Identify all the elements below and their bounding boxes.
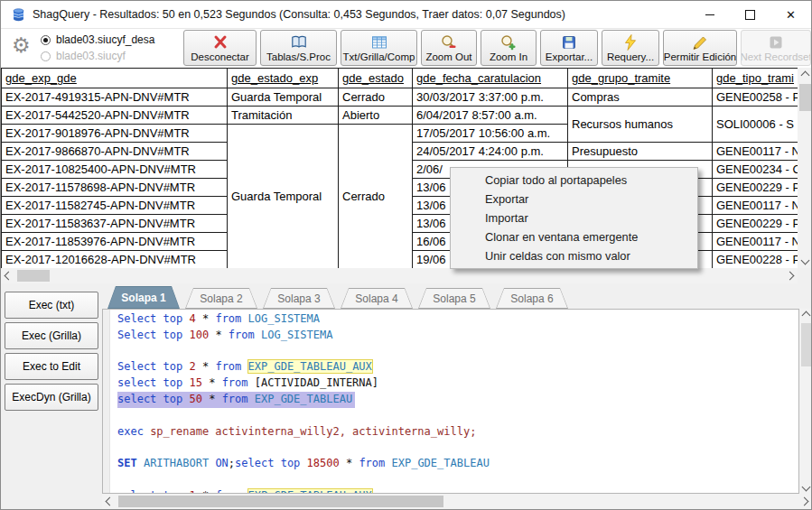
grid-cell[interactable]: GENE00234 - C [713, 161, 798, 179]
editor-line: SET ARITHABORT ON;select top 18500 * fro… [117, 456, 492, 472]
grid-cell[interactable]: EX-2017-11582745-APN-DNV#MTR [2, 197, 228, 215]
grid-cell[interactable]: Presupuesto [568, 143, 713, 161]
scroll-left-icon[interactable] [2, 269, 15, 283]
grid-cell[interactable]: EX-2017-5442520-APN-DNV#MTR [2, 107, 228, 125]
grid-cell[interactable]: EX-2017-9866870-APN-DNV#MTR [2, 143, 228, 161]
grid-cell[interactable]: GENE00117 - N [713, 143, 798, 161]
scroll-right-icon[interactable] [798, 495, 811, 508]
grid-cell[interactable]: EX-2017-11583637-APN-DNV#MTR [2, 215, 228, 233]
grid-cell[interactable]: Abierto [339, 107, 413, 125]
editor-vscrollbar[interactable] [799, 309, 812, 494]
tab-label: Solapa 1 [108, 287, 179, 308]
scroll-right-icon[interactable] [783, 269, 797, 283]
disconnect-button[interactable]: Desconectar [183, 30, 257, 66]
export-button[interactable]: Exportar... [540, 30, 598, 66]
txt-grilla-comp-button[interactable]: Txt/Grilla/Comp [341, 30, 417, 66]
grid-cell[interactable]: 17/05/2017 10:56:00 a.m. [413, 125, 568, 143]
connection-option-siucyf[interactable]: blade03.siucyf [41, 48, 154, 64]
grid-column-header[interactable]: gde_fecha_caratulacion [413, 69, 568, 88]
grid-cell[interactable]: 24/05/2017 4:24:00 p.m. [413, 143, 568, 161]
exec-to-edit-button[interactable]: Exec to Edit [5, 353, 98, 380]
maximize-button[interactable] [730, 1, 770, 28]
editor-hscroll-thumb[interactable] [118, 496, 443, 507]
button-label: Txt/Grilla/Comp [343, 51, 415, 62]
button-label: Exportar... [546, 51, 593, 62]
scroll-up-icon[interactable] [799, 309, 812, 322]
grid-hscrollbar[interactable] [1, 268, 798, 283]
grid-cell[interactable]: Compras [568, 88, 713, 107]
grid-cell[interactable]: GENE00228 - P [713, 251, 798, 269]
grid-cell[interactable]: GENE00258 - P [713, 88, 798, 107]
connection-option-desa[interactable]: blade03.siucyf_desa [41, 32, 154, 48]
exec-txt-button[interactable]: Exec (txt) [5, 292, 98, 319]
bottom-panel: Exec (txt) Exec (Grilla) Exec to Edit Ex… [1, 283, 812, 510]
grid-cell[interactable]: Tramitación [228, 107, 339, 125]
window-controls: ✕ [689, 1, 811, 28]
grid-column-header[interactable]: gde_exp_gde [2, 69, 228, 88]
editor-hscrollbar[interactable] [102, 494, 812, 509]
grid-cell[interactable]: EX-2017-11578698-APN-DNV#MTR [2, 179, 228, 197]
grid-cell[interactable]: Cerrado [339, 88, 413, 107]
grid-cell[interactable]: GENE00117 - N [713, 233, 798, 251]
menu-item-export[interactable]: Exportar [451, 190, 697, 209]
connection-selector: blade03.siucyf_desa blade03.siucyf [41, 32, 154, 64]
grid-column-header[interactable]: gde_estado [339, 69, 413, 88]
grid-cell[interactable]: EX-2017-12016628-APN-DNV#MTR [2, 251, 228, 269]
grid-hscroll-thumb[interactable] [17, 270, 50, 282]
tab-solapa-3[interactable]: Solapa 3 [263, 288, 335, 309]
grid-cell[interactable]: GENE00229 - P [713, 215, 798, 233]
tab-solapa-5[interactable]: Solapa 5 [418, 288, 490, 309]
settings-gear-icon[interactable]: ⚙ [12, 35, 31, 56]
minimize-button[interactable] [689, 1, 730, 28]
grid-cell[interactable]: Guarda Temporal [228, 125, 339, 269]
close-button[interactable]: ✕ [770, 1, 811, 28]
editor-line [117, 440, 120, 456]
tab-label: Solapa 5 [419, 289, 490, 308]
grid-cell[interactable]: EX-2017-9018976-APN-DNV#MTR [2, 125, 228, 143]
tab-solapa-2[interactable]: Solapa 2 [185, 288, 257, 309]
radio-unselected-icon[interactable] [41, 51, 51, 61]
grid-cell[interactable]: GENE00229 - P [713, 179, 798, 197]
editor-line: select top 50 * from EXP_GDE_TABLEAU [117, 392, 355, 408]
app-database-icon [11, 7, 26, 23]
tab-solapa-4[interactable]: Solapa 4 [341, 288, 413, 309]
grid-cell[interactable]: 30/03/2017 3:37:00 p.m. [413, 88, 568, 107]
scroll-left-icon[interactable] [103, 495, 117, 508]
grid-column-header[interactable]: gde_grupo_tramite [568, 69, 713, 88]
sql-editor[interactable]: Select top 4 * from LOG_SISTEMASelect to… [102, 309, 799, 494]
next-recordset-button: Next Recordset [741, 30, 811, 66]
tables-sproc-button[interactable]: Tablas/S.Proc [260, 30, 337, 66]
menu-item-clone-popup[interactable]: Clonar en ventana emergente [451, 227, 697, 246]
menu-item-copy-all[interactable]: Copiar todo al portapapeles [451, 171, 697, 190]
radio-selected-icon[interactable] [41, 35, 51, 45]
table-row: EX-2017-4919315-APN-DNV#MTRGuarda Tempor… [2, 88, 798, 107]
tab-solapa-6[interactable]: Solapa 6 [496, 288, 568, 309]
grid-vscrollbar[interactable] [798, 68, 812, 268]
allow-edit-button[interactable]: Permitir Edición [663, 30, 737, 66]
grid-vscroll-thumb[interactable] [799, 84, 811, 111]
grid-column-header[interactable]: gde_estado_exp [228, 69, 339, 88]
edit-pencil-icon [691, 34, 709, 51]
grid-cell[interactable]: EX-2017-10825400-APN-DNV#MTR [2, 161, 228, 179]
zoom-out-button[interactable]: Zoom Out [421, 30, 477, 66]
menu-item-merge-cells[interactable]: Unir celdas con mismo valor [451, 246, 697, 265]
tab-solapa-1[interactable]: Solapa 1 [107, 286, 180, 309]
grid-cell[interactable]: EX-2017-4919315-APN-DNV#MTR [2, 88, 228, 107]
scroll-down-icon[interactable] [798, 254, 812, 267]
scroll-up-icon[interactable] [798, 69, 812, 82]
exec-grilla-button[interactable]: Exec (Grilla) [5, 322, 98, 349]
grid-cell[interactable]: GENE00117 - N [713, 197, 798, 215]
zoom-in-button[interactable]: Zoom In [481, 30, 537, 66]
grid-cell[interactable]: Guarda Temporal [228, 88, 339, 107]
grid-cell[interactable]: SOLI00006 - S [713, 107, 798, 143]
scroll-down-icon[interactable] [799, 480, 812, 494]
requery-button[interactable]: Requery... [602, 30, 659, 66]
execdyn-grilla-button[interactable]: ExecDyn (Grilla) [5, 384, 98, 411]
grid-cell[interactable]: EX-2017-11853976-APN-DNV#MTR [2, 233, 228, 251]
grid-column-header[interactable]: gde_tipo_trami [713, 69, 798, 88]
menu-item-import[interactable]: Importar [451, 209, 697, 227]
editor-vscroll-thumb[interactable] [801, 323, 811, 366]
grid-cell[interactable]: Recursos humanos [568, 107, 713, 143]
grid-cell[interactable]: Cerrado [339, 125, 413, 269]
grid-cell[interactable]: 6/04/2017 8:57:00 a.m. [413, 107, 568, 125]
